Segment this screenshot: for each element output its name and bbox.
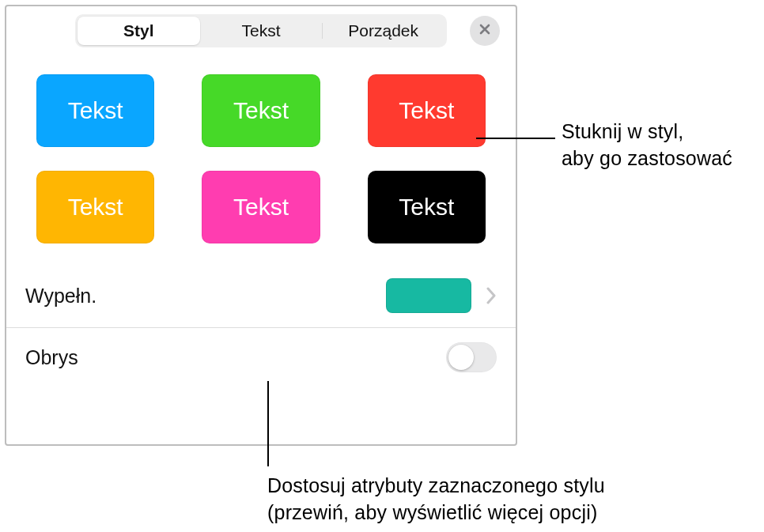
swatch-label: Tekst	[233, 97, 289, 124]
format-panel: Styl Tekst Porządek Tekst Tekst Tekst Te…	[5, 5, 517, 446]
callout-leader-line	[476, 138, 555, 139]
style-swatch[interactable]: Tekst	[368, 74, 486, 147]
swatch-label: Tekst	[68, 97, 123, 124]
callout-text: Stuknij w styl, aby go zastosować	[562, 119, 759, 172]
segmented-control: Styl Tekst Porządek	[75, 14, 447, 47]
close-icon	[478, 23, 491, 39]
swatch-label: Tekst	[399, 194, 454, 221]
tab-label: Porządek	[348, 21, 418, 40]
switch-knob	[448, 345, 474, 370]
callout-text: Dostosuj atrybuty zaznaczonego stylu (pr…	[267, 473, 758, 526]
border-row: Obrys	[6, 327, 516, 387]
border-toggle[interactable]	[446, 342, 497, 372]
style-swatch[interactable]: Tekst	[36, 74, 154, 147]
style-options: Wypełn. Obrys	[6, 250, 516, 387]
tab-label: Tekst	[242, 21, 281, 40]
style-swatch[interactable]: Tekst	[202, 74, 320, 147]
close-button[interactable]	[470, 16, 500, 46]
style-swatch[interactable]: Tekst	[202, 171, 320, 243]
style-swatch[interactable]: Tekst	[368, 171, 486, 243]
tab-bar: Styl Tekst Porządek	[6, 6, 516, 58]
swatch-label: Tekst	[399, 97, 454, 124]
callout-leader-line	[267, 381, 269, 466]
fill-value-group	[386, 278, 497, 313]
fill-row[interactable]: Wypełn.	[6, 264, 516, 327]
chevron-right-icon	[486, 287, 497, 304]
swatch-label: Tekst	[233, 194, 289, 221]
tab-label: Styl	[123, 21, 154, 40]
border-label: Obrys	[25, 346, 78, 369]
fill-color-chip[interactable]	[386, 278, 471, 313]
tab-text[interactable]: Tekst	[200, 17, 323, 45]
fill-label: Wypełn.	[25, 285, 96, 308]
style-swatch[interactable]: Tekst	[36, 171, 154, 243]
tab-arrange[interactable]: Porządek	[322, 17, 444, 45]
swatch-label: Tekst	[68, 194, 123, 221]
tab-style[interactable]: Styl	[78, 17, 200, 45]
style-swatch-grid: Tekst Tekst Tekst Tekst Tekst Tekst	[6, 58, 516, 250]
